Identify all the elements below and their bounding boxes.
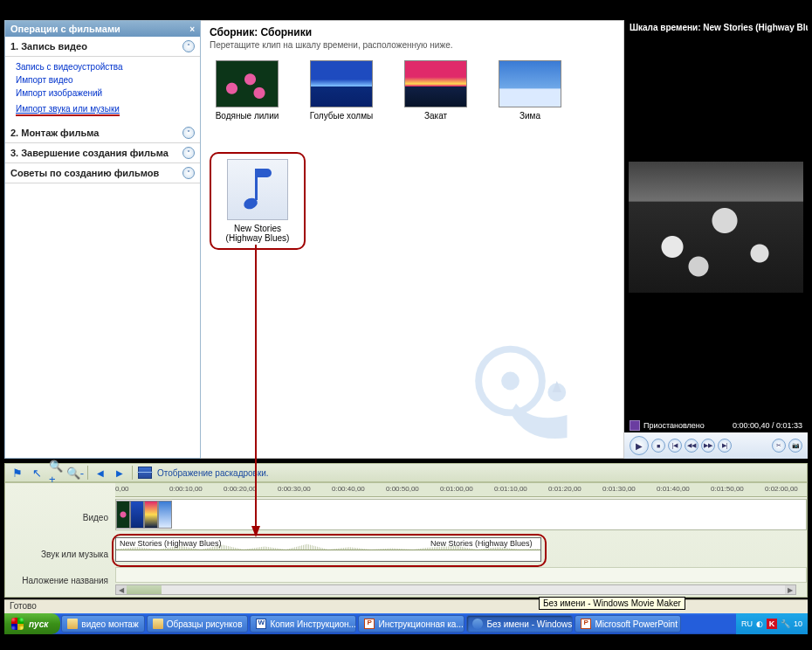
taskbar-item[interactable]: Инструкционная ка... bbox=[358, 615, 464, 633]
audio-clip-label: New Stories (Highway Blues) bbox=[217, 224, 299, 243]
status-text: Готово bbox=[10, 601, 37, 611]
play-timeline-icon[interactable]: ▶ bbox=[113, 466, 127, 480]
track-label-video: Видео bbox=[5, 513, 115, 522]
start-label: пуск bbox=[29, 619, 48, 629]
video-clip[interactable] bbox=[130, 501, 144, 529]
section-finish[interactable]: 3. Завершение создания фильма ˅ bbox=[5, 143, 200, 163]
taskbar: пуск видео монтаж Образцы рисунков Копия… bbox=[4, 613, 808, 634]
preview-screen[interactable] bbox=[624, 35, 808, 418]
tray-icon[interactable]: 🔧 bbox=[781, 619, 790, 628]
tooltip: Без имени - Windows Movie Maker bbox=[539, 597, 685, 610]
powerpoint-icon bbox=[364, 619, 375, 629]
taskbar-item[interactable]: Microsoft PowerPoint ... bbox=[575, 615, 681, 633]
rewind-button[interactable]: ◀◀ bbox=[685, 439, 698, 453]
link-import-video[interactable]: Импорт видео bbox=[16, 73, 195, 86]
pointer-icon[interactable]: ↖ bbox=[30, 466, 44, 480]
preview-title: Шкала времени: New Stories (Highway Blue… bbox=[624, 20, 808, 35]
section-tips-title: Советы по созданию фильмов bbox=[10, 168, 159, 178]
scroll-left-icon[interactable]: ◀ bbox=[116, 585, 127, 594]
snapshot-button[interactable]: 📷 bbox=[788, 439, 802, 453]
thumb-winter[interactable]: Зима bbox=[492, 60, 568, 121]
storyboard-icon[interactable] bbox=[138, 467, 152, 479]
prev-button[interactable]: |◀ bbox=[668, 439, 682, 453]
stop-button[interactable]: ■ bbox=[651, 439, 665, 453]
zoom-out-icon[interactable]: 🔍- bbox=[68, 466, 82, 480]
audio-track[interactable]: New Stories (Highway Blues) New Stories … bbox=[115, 537, 807, 564]
chevron-down-icon: ˅ bbox=[182, 167, 195, 179]
taskbar-item[interactable]: Образцы рисунков bbox=[147, 615, 249, 633]
tray-icon[interactable]: ◐ bbox=[756, 619, 763, 628]
timeline-panel: 0,00 0:00:10,00 0:00:20,00 0:00:30,00 0:… bbox=[4, 482, 808, 598]
thumb-lilies[interactable]: Водяные лилии bbox=[210, 60, 285, 121]
timeline-scrollbar[interactable]: ◀ ▶ bbox=[115, 584, 796, 595]
forward-button[interactable]: ▶▶ bbox=[701, 439, 715, 453]
taskbar-item-active[interactable]: Без имени - Windows... bbox=[466, 615, 573, 633]
chevron-up-icon: ˄ bbox=[182, 40, 195, 52]
audio-clip-highlight bbox=[112, 534, 547, 567]
windows-logo-icon bbox=[11, 618, 24, 630]
thumb-label: Водяные лилии bbox=[210, 111, 285, 121]
thumb-label: Зима bbox=[492, 111, 568, 121]
clock[interactable]: 10 bbox=[794, 619, 802, 628]
rewind-timeline-icon[interactable]: ◀ bbox=[93, 466, 107, 480]
next-button[interactable]: ▶| bbox=[718, 439, 732, 453]
video-clip[interactable] bbox=[144, 501, 158, 529]
storyboard-button[interactable]: Отображение раскадровки. bbox=[157, 468, 269, 478]
link-import-images[interactable]: Импорт изображений bbox=[16, 86, 195, 100]
video-track[interactable] bbox=[115, 499, 807, 530]
ruler-tick: 0:01:50,00 bbox=[711, 485, 744, 493]
section-edit[interactable]: 2. Монтаж фильма ˅ bbox=[5, 123, 200, 143]
thumb-image bbox=[499, 60, 561, 107]
thumb-sunset[interactable]: Закат bbox=[398, 60, 473, 121]
thumb-image bbox=[310, 60, 373, 107]
title-track[interactable] bbox=[115, 567, 807, 583]
thumb-image bbox=[404, 60, 467, 107]
video-clip[interactable] bbox=[116, 501, 130, 529]
language-indicator[interactable]: RU bbox=[741, 619, 753, 628]
chevron-down-icon: ˅ bbox=[182, 147, 195, 159]
taskbar-label: видео монтаж bbox=[81, 619, 138, 629]
section-capture[interactable]: 1. Запись видео ˄ bbox=[5, 37, 200, 57]
preview-panel: Шкала времени: New Stories (Highway Blue… bbox=[624, 20, 808, 459]
word-icon bbox=[256, 619, 266, 629]
preview-image bbox=[629, 162, 803, 293]
taskbar-label: Копия Инструкцион... bbox=[270, 619, 355, 629]
thumb-image bbox=[216, 60, 279, 107]
ruler-tick: 0:02:00,00 bbox=[765, 485, 798, 493]
timeline-toolbar: ⚑ ↖ 🔍+ 🔍- ◀ ▶ Отображение раскадровки. bbox=[4, 463, 808, 482]
preview-status-text: Приостановлено bbox=[643, 421, 705, 430]
timeline-ruler[interactable]: 0,00 0:00:10,00 0:00:20,00 0:00:30,00 0:… bbox=[115, 483, 807, 497]
taskbar-item[interactable]: Копия Инструкцион... bbox=[250, 615, 356, 633]
section-tips[interactable]: Советы по созданию фильмов ˅ bbox=[5, 163, 200, 183]
audio-clip-item[interactable]: New Stories (Highway Blues) bbox=[210, 152, 306, 250]
scroll-thumb[interactable] bbox=[127, 585, 162, 594]
tasks-sidebar: Операции с фильмами × 1. Запись видео ˄ … bbox=[4, 20, 201, 459]
taskbar-item[interactable]: видео монтаж bbox=[61, 615, 144, 633]
music-note-icon bbox=[227, 159, 288, 220]
folder-icon bbox=[67, 619, 78, 629]
system-tray[interactable]: RU ◐ K 🔧 10 bbox=[736, 613, 808, 634]
video-clip[interactable] bbox=[158, 501, 172, 529]
scroll-right-icon[interactable]: ▶ bbox=[785, 585, 795, 594]
link-import-audio[interactable]: Импорт звука или музыки bbox=[16, 102, 120, 116]
start-button[interactable]: пуск bbox=[4, 613, 60, 634]
powerpoint-icon bbox=[581, 619, 591, 629]
collection-panel: Сборник: Сборники Перетащите клип на шка… bbox=[201, 20, 624, 459]
section-edit-title: 2. Монтаж фильма bbox=[10, 128, 99, 138]
moviemaker-icon bbox=[472, 619, 483, 629]
thumb-label: Голубые холмы bbox=[304, 111, 379, 121]
split-button[interactable]: ✂ bbox=[772, 439, 786, 453]
close-icon[interactable]: × bbox=[189, 24, 195, 34]
zoom-in-icon[interactable]: 🔍+ bbox=[49, 466, 63, 480]
filmroll-decoration bbox=[466, 335, 588, 449]
thumb-hills[interactable]: Голубые холмы bbox=[304, 60, 379, 121]
ruler-tick: 0:00:30,00 bbox=[278, 485, 311, 493]
kaspersky-icon[interactable]: K bbox=[767, 619, 777, 629]
svg-point-1 bbox=[501, 372, 520, 391]
play-button[interactable]: ▶ bbox=[630, 436, 649, 455]
preview-controls: ▶ ■ |◀ ◀◀ ▶▶ ▶| ✂ 📷 bbox=[624, 432, 808, 459]
ruler-tick: 0:00:20,00 bbox=[224, 485, 257, 493]
ruler-tick: 0:01:40,00 bbox=[657, 485, 690, 493]
timeline-marker-icon[interactable]: ⚑ bbox=[10, 466, 24, 480]
link-capture-device[interactable]: Запись с видеоустройства bbox=[16, 60, 195, 73]
